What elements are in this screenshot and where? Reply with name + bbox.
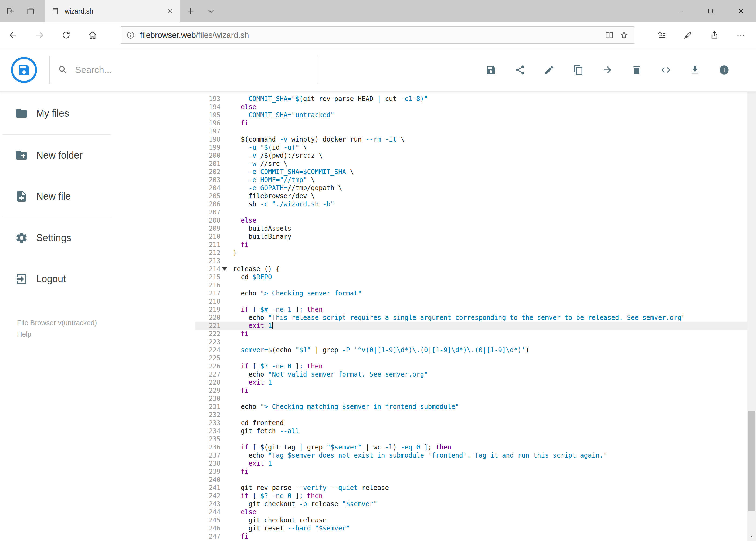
code-line[interactable]: 246 git reset --hard "$semver" <box>195 524 747 532</box>
web-note-button[interactable] <box>675 22 701 48</box>
share-button[interactable] <box>510 60 530 80</box>
code-line[interactable]: 218 <box>195 297 747 305</box>
tab-close-icon[interactable] <box>167 8 174 15</box>
code-line[interactable]: 210 buildBinary <box>195 233 747 241</box>
code-line[interactable]: 221 exit 1 <box>195 322 747 330</box>
sidebar-item-logout[interactable]: Logout <box>0 267 123 291</box>
code-line[interactable]: 227 echo "Not valid semver format. See s… <box>195 370 747 378</box>
code-line[interactable]: 193 COMMIT_SHA="$(git rev-parse HEAD | c… <box>195 95 747 103</box>
code-line[interactable]: 232 <box>195 411 747 419</box>
sidebar-item-new-file[interactable]: New file <box>0 184 123 209</box>
code-line[interactable]: 215 cd $REPO <box>195 273 747 281</box>
save-button[interactable] <box>481 60 501 80</box>
tab-wizard-sh[interactable]: wizard.sh <box>45 0 180 22</box>
code-line[interactable]: 245 git checkout release <box>195 516 747 524</box>
scroll-down-button[interactable] <box>747 532 756 541</box>
code-line[interactable]: 213 <box>195 257 747 265</box>
code-line[interactable]: 194 else <box>195 103 747 111</box>
code-line[interactable]: 201 -w //src \ <box>195 160 747 168</box>
code-line[interactable]: 197 <box>195 127 747 135</box>
code-line[interactable]: 230 <box>195 395 747 403</box>
edit-button[interactable] <box>540 60 559 80</box>
fold-marker-icon[interactable] <box>222 268 227 270</box>
code-line[interactable]: 207 <box>195 208 747 216</box>
code-line[interactable]: 195 COMMIT_SHA="untracked" <box>195 111 747 119</box>
help-link[interactable]: Help <box>17 330 31 338</box>
code-button[interactable] <box>656 60 675 80</box>
code-line[interactable]: 244 else <box>195 508 747 516</box>
code-line[interactable]: 235 <box>195 435 747 443</box>
code-line[interactable]: 237 echo "Tag $semver does not exist in … <box>195 451 747 459</box>
code-line[interactable]: 208 else <box>195 216 747 225</box>
code-line[interactable]: 219 if [ $# -ne 1 ]; then <box>195 305 747 313</box>
code-line[interactable]: 229 fi <box>195 386 747 395</box>
code-line[interactable]: 247 fi <box>195 532 747 540</box>
search-input[interactable] <box>75 65 310 75</box>
minimize-button[interactable] <box>665 0 695 22</box>
code-line[interactable]: 202 -e COMMIT_SHA=$COMMIT_SHA \ <box>195 168 747 176</box>
code-line[interactable]: 234 git fetch --all <box>195 427 747 435</box>
hub-button[interactable] <box>648 22 675 48</box>
download-button[interactable] <box>685 60 705 80</box>
code-line[interactable]: 231 echo "> Checking matching $semver in… <box>195 403 747 411</box>
code-line[interactable]: 241 git rev-parse --verify --quiet relea… <box>195 484 747 492</box>
sidebar-item-my-files[interactable]: My files <box>0 101 123 126</box>
favorite-star-icon[interactable] <box>619 30 629 40</box>
copy-button[interactable] <box>569 60 588 80</box>
home-button[interactable] <box>79 22 106 48</box>
code-line[interactable]: 226 if [ $? -ne 0 ]; then <box>195 362 747 370</box>
code-line[interactable]: 236 if [ $(git tag | grep "$semver" | wc… <box>195 443 747 451</box>
code-line[interactable]: 243 git checkout -b release "$semver" <box>195 500 747 508</box>
code-line[interactable]: 217 echo "> Checking semver format" <box>195 289 747 297</box>
maximize-button[interactable] <box>695 0 726 22</box>
code-editor-pane[interactable]: 193 COMMIT_SHA="$(git rev-parse HEAD | c… <box>195 92 747 541</box>
code-line[interactable]: 220 echo "This release script requires a… <box>195 313 747 322</box>
code-line[interactable]: 198 $(command -v winpty) docker run --rm… <box>195 135 747 144</box>
code-line[interactable]: 203 -e HOME="//tmp" \ <box>195 176 747 184</box>
search-box[interactable] <box>49 56 319 84</box>
code-line[interactable]: 199 -u "$(id -u)" \ <box>195 144 747 152</box>
code-line[interactable]: 240 <box>195 476 747 484</box>
code-line[interactable]: 204 -e GOPATH=//tmp/gopath \ <box>195 184 747 192</box>
refresh-button[interactable] <box>53 22 79 48</box>
code-line[interactable]: 214release () { <box>195 265 747 273</box>
code-line[interactable]: 233 cd frontend <box>195 419 747 427</box>
code-line[interactable]: 209 buildAssets <box>195 225 747 233</box>
info-circle-button[interactable] <box>714 60 734 80</box>
move-button[interactable] <box>598 60 617 80</box>
code-line[interactable]: 206 sh -c "./wizard.sh -b" <box>195 200 747 208</box>
code-line[interactable]: 222 fi <box>195 330 747 338</box>
code-line[interactable]: 223 <box>195 338 747 346</box>
sidebar-item-settings[interactable]: Settings <box>0 226 123 251</box>
page-scrollbar[interactable] <box>747 48 756 541</box>
info-icon[interactable] <box>126 31 135 40</box>
set-tabs-aside-button[interactable] <box>0 0 21 22</box>
code-line[interactable]: 224 semver=$(echo "$1" | grep -P '^v(0|[… <box>195 346 747 354</box>
code-line[interactable]: 238 exit 1 <box>195 459 747 467</box>
share-page-button[interactable] <box>701 22 728 48</box>
more-options-button[interactable] <box>728 22 754 48</box>
code-line[interactable]: 212} <box>195 249 747 257</box>
code-line[interactable]: 211 fi <box>195 241 747 249</box>
code-line[interactable]: 242 if [ $? -ne 0 ]; then <box>195 492 747 500</box>
code-line[interactable]: 200 -v /$(pwd):/src:z \ <box>195 152 747 160</box>
new-tab-button[interactable] <box>180 0 201 22</box>
app-logo[interactable] <box>11 57 37 83</box>
code-line[interactable]: 225 <box>195 354 747 362</box>
code-line[interactable]: 239 fi <box>195 467 747 476</box>
code-line[interactable]: 196 fi <box>195 119 747 127</box>
code-line[interactable]: 228 exit 1 <box>195 378 747 386</box>
code-line[interactable]: 205 filebrowser/dev \ <box>195 192 747 200</box>
sidebar-item-new-folder[interactable]: New folder <box>0 143 123 168</box>
back-button[interactable] <box>0 22 26 48</box>
close-button[interactable] <box>726 0 756 22</box>
show-set-aside-tabs-button[interactable] <box>21 0 41 22</box>
delete-button[interactable] <box>627 60 646 80</box>
forward-button[interactable] <box>26 22 53 48</box>
tab-preview-toggle-button[interactable] <box>201 0 221 22</box>
scrollbar-thumb[interactable] <box>748 411 755 511</box>
url-text[interactable]: filebrowser.web/files/wizard.sh <box>140 31 600 40</box>
address-bar[interactable]: filebrowser.web/files/wizard.sh <box>121 26 634 44</box>
code-line[interactable]: 216 <box>195 281 747 289</box>
reading-view-icon[interactable] <box>605 30 614 40</box>
